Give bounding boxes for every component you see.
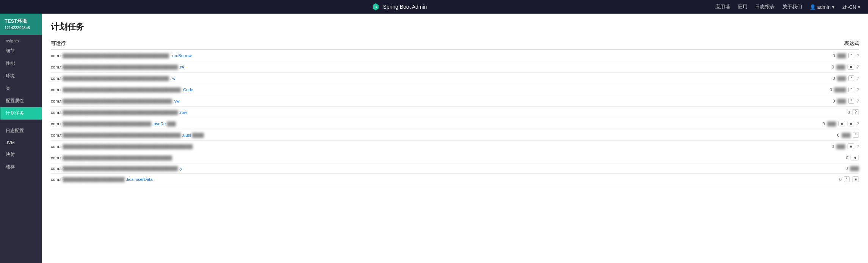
sidebar-item-env[interactable]: 环境 bbox=[0, 70, 42, 82]
insights-section-label: Insights bbox=[0, 35, 42, 45]
blurred-segment: █████████████████████ bbox=[63, 177, 125, 182]
blurred-segment: ████████████████████████████████████████ bbox=[63, 87, 181, 92]
mapping-label: 映射 bbox=[6, 152, 15, 157]
blurred-segment: ████████████████████████████████████████… bbox=[63, 144, 193, 149]
sidebar-item-config[interactable]: 配置属性 bbox=[0, 95, 42, 107]
logconf-label: 日志配置 bbox=[6, 128, 24, 133]
svg-text:S: S bbox=[374, 5, 377, 9]
sidebar-item-cache[interactable]: 缓存 bbox=[0, 161, 42, 173]
nav-log-report[interactable]: 日志报表 bbox=[755, 3, 775, 10]
task-question-icon[interactable]: ? bbox=[857, 144, 859, 149]
task-action-btn[interactable]: * bbox=[848, 87, 854, 92]
sidebar-item-mapping[interactable]: 映射 bbox=[0, 148, 42, 161]
task-controls: 0 ███ * ? bbox=[810, 75, 859, 81]
task-question-icon[interactable]: ? bbox=[857, 53, 859, 58]
blurred-segment: ████████████████████████████████████ bbox=[63, 76, 169, 81]
task-name: com.t ██████████████████████████████████… bbox=[51, 133, 810, 137]
table-row: com.t ██████████████████████████████████… bbox=[51, 129, 859, 141]
sidebar-item-perf[interactable]: 性能 bbox=[0, 57, 42, 70]
task-question-icon[interactable]: ? bbox=[857, 65, 859, 69]
task-action-btn2[interactable]: ■ bbox=[848, 121, 854, 126]
task-controls: 0 ? bbox=[810, 109, 859, 115]
task-action-btn[interactable]: * bbox=[844, 176, 850, 182]
task-action-btn[interactable]: * bbox=[848, 53, 854, 58]
spring-icon: S bbox=[371, 3, 380, 11]
lang-chevron-icon: ▾ bbox=[858, 4, 860, 10]
table-row: com.t ██████████████████████████████████… bbox=[51, 163, 859, 174]
user-icon: 👤 bbox=[810, 4, 816, 10]
task-name: com.t ██████████████████████████████████… bbox=[51, 76, 810, 81]
cache-label: 缓存 bbox=[6, 164, 15, 170]
table-row: com.t ██████████████████████████████████… bbox=[51, 50, 859, 61]
task-name: com.t ██████████████████████████████████… bbox=[51, 53, 810, 58]
lang-menu[interactable]: zh-CN ▾ bbox=[842, 4, 860, 10]
config-label: 配置属性 bbox=[6, 98, 24, 103]
page-title: 计划任务 bbox=[51, 21, 859, 33]
task-question-icon[interactable]: ? bbox=[857, 76, 859, 81]
task-action-btn[interactable]: ■ bbox=[848, 143, 854, 149]
blurred-segment: ████████████████████████████████████ bbox=[63, 53, 169, 58]
task-controls: 0 ███ * ? bbox=[810, 53, 859, 58]
task-name: com.t ██████████████████████████████████… bbox=[51, 99, 810, 103]
env-name: TEST环境 bbox=[5, 18, 37, 25]
sidebar-item-logconf[interactable]: 日志配置 bbox=[0, 124, 42, 137]
class-label: 类 bbox=[6, 86, 10, 91]
sidebar-header: TEST环境 1214222048c8 bbox=[0, 14, 42, 35]
scheduled-label: 计划任务 bbox=[6, 110, 24, 116]
task-name: com.t ██████████████████████████████████… bbox=[51, 166, 810, 171]
topnav-right: 应用墙 应用 日志报表 关于我们 👤 admin ▾ zh-CN ▾ bbox=[715, 3, 860, 10]
brand-logo: S Spring Boot Admin bbox=[371, 3, 427, 11]
sidebar-divider-1 bbox=[0, 122, 42, 122]
admin-label: admin bbox=[817, 4, 830, 10]
task-controls: 0 ███ ■ ? bbox=[810, 64, 859, 70]
task-action-btn[interactable]: ◄ bbox=[851, 155, 859, 160]
task-controls: 0 ███ ■ ■ ? bbox=[810, 121, 859, 126]
task-action-btn[interactable]: ■ bbox=[848, 64, 854, 70]
sidebar-item-class[interactable]: 类 bbox=[0, 82, 42, 95]
perf-label: 性能 bbox=[6, 61, 15, 66]
table-row: com.t ██████████████████████████████████… bbox=[51, 107, 859, 118]
nav-app-wall[interactable]: 应用墙 bbox=[715, 3, 730, 10]
env-label: 环境 bbox=[6, 73, 15, 78]
table-row: com.t ██████████████████████████████████… bbox=[51, 61, 859, 73]
task-name: com.t ██████████████████████████████████… bbox=[51, 110, 810, 115]
blurred-segment: █████████████████████████████████████ bbox=[63, 99, 172, 103]
task-controls: 0 ███ * bbox=[810, 132, 859, 138]
task-controls: 0 ███ * ? bbox=[810, 98, 859, 104]
task-action-btn[interactable]: ? bbox=[852, 109, 859, 115]
task-question-icon[interactable]: ? bbox=[857, 121, 859, 126]
table-row: com.t █████████████████████ .tical.userD… bbox=[51, 174, 859, 185]
nav-apps[interactable]: 应用 bbox=[738, 3, 747, 10]
blurred-segment-2: ████ bbox=[192, 133, 204, 137]
task-action-btn[interactable]: * bbox=[853, 132, 859, 138]
task-question-icon[interactable]: ? bbox=[857, 99, 859, 103]
task-action-btn[interactable]: ■ bbox=[838, 121, 845, 126]
task-name: com.t ██████████████████████████████ .us… bbox=[51, 121, 810, 126]
sidebar-item-scheduled[interactable]: 计划任务 bbox=[0, 107, 42, 120]
task-name: com.t ██████████████████████████████████… bbox=[51, 87, 810, 92]
table-row: com.t ██████████████████████████████████… bbox=[51, 152, 859, 163]
task-controls: 0 ███ bbox=[810, 166, 859, 171]
main-content: 计划任务 可运行 表达式 com.t █████████████████████… bbox=[42, 14, 868, 263]
task-action-btn[interactable]: * bbox=[848, 98, 854, 104]
blurred-segment: ███████████████████████████████████████ bbox=[63, 110, 178, 115]
task-action-btn2[interactable]: ■ bbox=[852, 176, 859, 182]
blurred-segment: ████████████████████████████████████████ bbox=[63, 133, 181, 137]
jvm-label: JVM bbox=[6, 140, 15, 145]
table-row: com.t ██████████████████████████████ .us… bbox=[51, 118, 859, 129]
task-question-icon[interactable]: ? bbox=[857, 87, 859, 92]
sidebar-item-jvm[interactable]: JVM bbox=[0, 137, 42, 148]
table-row: com.t ██████████████████████████████████… bbox=[51, 84, 859, 95]
nav-about[interactable]: 关于我们 bbox=[782, 3, 802, 10]
blurred-segment: ██████████████████████████████ bbox=[63, 121, 151, 126]
blurred-segment: ███████████████████████████████████████ bbox=[63, 166, 178, 171]
detail-label: 细节 bbox=[6, 48, 15, 53]
task-action-btn[interactable]: * bbox=[848, 75, 854, 81]
sidebar-item-detail[interactable]: 细节 bbox=[0, 45, 42, 57]
admin-menu[interactable]: 👤 admin ▾ bbox=[810, 4, 835, 10]
task-controls: 0 ████ * ? bbox=[810, 87, 859, 92]
table-row: com.t ██████████████████████████████████… bbox=[51, 73, 859, 84]
table-header: 可运行 表达式 bbox=[51, 40, 859, 50]
task-name: com.t ██████████████████████████████████… bbox=[51, 156, 810, 160]
task-controls: 0 ◄ bbox=[810, 155, 859, 160]
